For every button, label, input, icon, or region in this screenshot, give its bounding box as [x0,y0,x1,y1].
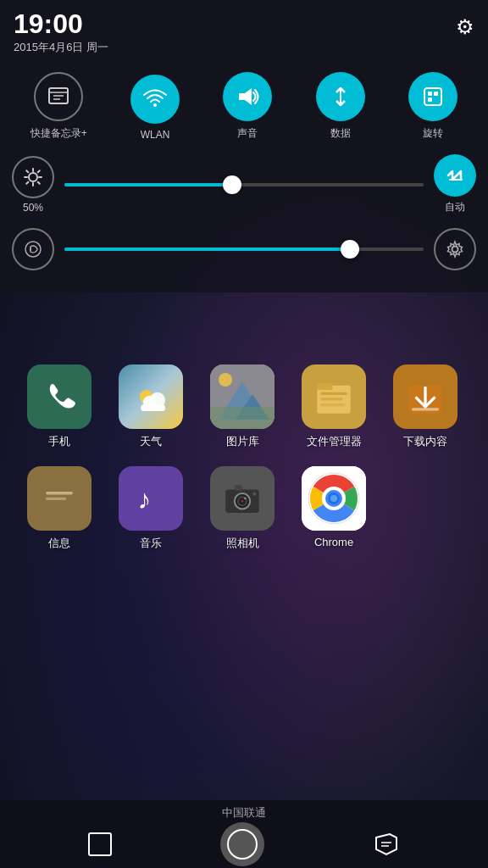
svg-point-64 [330,495,337,502]
app-chrome[interactable]: Chrome [291,466,376,551]
volume-thumb[interactable] [341,240,359,259]
svg-point-55 [244,498,247,500]
svg-rect-25 [141,404,165,411]
svg-point-36 [219,373,232,387]
svg-point-21 [452,247,458,253]
svg-rect-35 [210,407,274,429]
svg-line-18 [26,181,28,183]
svg-rect-8 [434,92,438,96]
bottom-bar: 中国联通 [0,800,488,868]
rotate-label: 旋转 [423,126,443,141]
chrome-icon [302,466,366,531]
gallery-icon [210,364,274,429]
status-bar: 19:00 2015年4月6日 周一 ⚙ [0,0,488,62]
nav-buttons [0,821,488,868]
volume-slider[interactable] [64,248,424,251]
quick-backup-label: 快捷备忘录+ [30,126,87,141]
app-phone[interactable]: 手机 [17,364,102,449]
brightness-percent: 50% [23,202,43,214]
toggle-quick-backup[interactable]: 快捷备忘录+ [30,72,87,141]
home-inner-circle [227,829,258,860]
app-gallery[interactable]: 图片库 [200,364,285,449]
camera-icon [210,466,274,531]
svg-rect-7 [428,92,432,96]
files-label: 文件管理器 [307,434,362,449]
carrier-text: 中国联通 [0,800,488,821]
settings-icon[interactable]: ⚙ [456,15,474,39]
app-grid: 手机 天气 [0,356,488,576]
volume-track [64,248,424,251]
toggle-data[interactable]: 数据 [316,72,365,141]
messages-icon [27,466,92,531]
phone-icon [27,364,92,429]
gallery-label: 图片库 [226,434,259,449]
app-row-2: 信息 ♪ 音乐 [8,466,480,551]
brightness-icon[interactable] [12,156,54,198]
svg-line-15 [26,170,28,172]
music-icon: ♪ [119,466,183,531]
auto-label: 自动 [445,200,465,214]
svg-marker-5 [239,88,252,105]
app-weather[interactable]: 天气 [108,364,193,449]
menu-button[interactable] [373,831,400,858]
svg-rect-46 [46,498,66,500]
svg-rect-48 [130,477,172,520]
sound-settings-icon[interactable] [434,228,476,270]
volume-icon[interactable] [12,228,54,270]
recent-apps-button[interactable] [88,832,112,856]
svg-rect-45 [46,492,73,494]
wlan-circle [130,75,180,124]
svg-rect-38 [317,383,332,390]
sound-label: 声音 [237,126,258,141]
downloads-icon [393,364,458,429]
music-label: 音乐 [140,536,162,551]
camera-label: 照相机 [226,536,259,551]
svg-rect-43 [412,408,439,410]
svg-marker-47 [46,510,53,516]
svg-text:♪: ♪ [137,485,151,515]
brightness-thumb[interactable] [223,175,241,194]
app-downloads[interactable]: 下载内容 [383,364,468,449]
toggle-sound[interactable]: 声音 [223,72,272,141]
home-circle-icon [220,822,264,866]
phone-label: 手机 [48,434,70,449]
toggle-rotate[interactable]: 旋转 [408,72,458,141]
status-left: 19:00 2015年4月6日 周一 [14,10,108,55]
app-music[interactable]: ♪ 音乐 [108,466,193,551]
data-circle [316,72,365,121]
recent-square-icon [88,832,112,856]
brightness-icon-col: 50% [12,156,54,214]
brightness-track [64,183,424,186]
svg-rect-39 [320,392,347,395]
brightness-row: 50% 自动 [0,146,488,223]
brightness-fill [64,183,237,186]
svg-point-4 [153,103,157,107]
messages-label: 信息 [48,536,70,551]
svg-point-58 [241,500,244,503]
svg-point-19 [25,242,41,257]
toggle-wlan[interactable]: WLAN [130,75,180,141]
svg-rect-40 [320,398,342,400]
home-button[interactable] [220,822,264,866]
svg-line-17 [38,170,40,172]
svg-rect-6 [424,88,441,105]
app-files[interactable]: 文件管理器 [291,364,376,449]
notification-panel: 19:00 2015年4月6日 周一 ⚙ 快捷备忘录+ [0,0,488,292]
weather-label: 天气 [140,434,162,449]
auto-col: 自动 [434,154,476,214]
date-display: 2015年4月6日 周一 [14,40,108,55]
menu-icon [373,831,400,858]
rotate-circle [408,72,458,121]
quick-backup-circle [34,72,83,121]
svg-rect-56 [235,485,242,491]
quick-toggles-row: 快捷备忘录+ WLAN [0,62,488,146]
auto-brightness-icon[interactable] [434,154,476,197]
svg-line-16 [38,181,40,183]
app-messages[interactable]: 信息 [17,466,102,551]
brightness-slider[interactable] [64,183,424,186]
svg-rect-9 [428,97,432,102]
sound-circle [223,72,272,121]
app-row-1: 手机 天气 [8,364,480,449]
app-camera[interactable]: 照相机 [200,466,285,551]
chrome-label: Chrome [314,536,353,548]
